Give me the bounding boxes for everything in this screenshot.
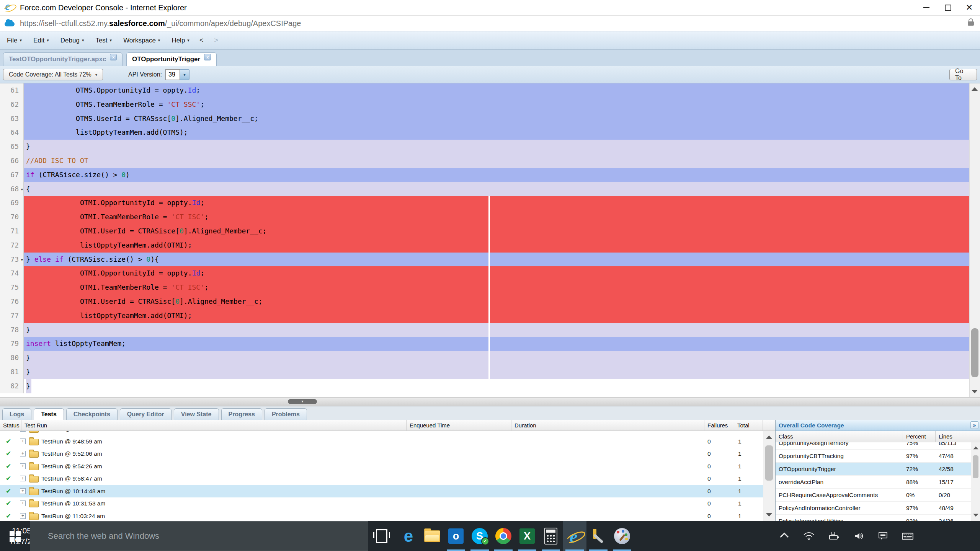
expand-icon[interactable]: + <box>20 500 26 506</box>
code-editor[interactable]: 61 OTMS.OpportunityId = oppty.Id;62 OTMS… <box>0 83 980 397</box>
test-run-row[interactable]: ✔+TestRun @ 10:31:53 am01 <box>0 497 763 510</box>
code-text[interactable]: OTMI.OpportunityId = oppty.Id; <box>24 196 969 210</box>
menu-help[interactable]: Help▾ <box>167 31 194 49</box>
code-text[interactable]: OTMS.UserId = CTRASssc[0].Aligned_Member… <box>24 112 969 126</box>
editor-scrollbar[interactable] <box>969 83 980 397</box>
code-text[interactable]: { <box>24 182 969 196</box>
column-duration[interactable]: Duration <box>511 420 704 430</box>
coverage-scrollbar[interactable] <box>971 442 980 521</box>
scroll-down-icon[interactable] <box>766 513 772 517</box>
scrollbar-thumb[interactable] <box>971 328 978 377</box>
menu-file[interactable]: File▾ <box>2 31 26 49</box>
panel-tab-problems[interactable]: Problems <box>265 408 307 420</box>
task-view-button[interactable] <box>370 521 394 551</box>
go-to-button[interactable]: Go To <box>949 69 977 80</box>
code-text[interactable]: listOpptyTeamMem.add(OTMI); <box>24 309 969 323</box>
code-text[interactable]: OTMS.TeamMemberRole = 'CT SSC'; <box>24 98 969 112</box>
tray-wifi[interactable] <box>800 521 818 551</box>
taskbar-outlook[interactable]: o <box>444 521 468 551</box>
test-run-row[interactable]: ✔+TestRun @ 9:52:06 am01 <box>0 448 763 460</box>
minimize-button[interactable] <box>916 0 937 15</box>
taskbar-internet-explorer[interactable]: e <box>563 521 586 551</box>
scrollbar-thumb[interactable] <box>973 455 978 478</box>
panel-tab-logs[interactable]: Logs <box>2 408 31 420</box>
expand-panel-icon[interactable]: » <box>970 421 978 429</box>
code-coverage-dropdown[interactable]: Code Coverage: All Tests 72% ▾ <box>3 69 103 80</box>
fold-icon[interactable]: ▾ <box>21 253 23 267</box>
coverage-row[interactable]: PolicyAndInformationController97%48/49 <box>776 502 971 515</box>
tab-testotopportunitytrigger[interactable]: TestOTOpportunityTrigger.apxc x <box>3 52 122 66</box>
column-failures[interactable]: Failures <box>704 420 734 430</box>
restore-button[interactable] <box>937 0 959 15</box>
code-text[interactable]: OTMI.UserId = CTRASisc[0].Aligned_Member… <box>24 295 969 309</box>
code-text[interactable]: } <box>24 379 969 393</box>
column-test-run[interactable]: Test Run <box>21 420 407 430</box>
coverage-row[interactable]: PCHRequireCaseApprovalComments0%0/20 <box>776 489 971 502</box>
code-text[interactable]: } <box>24 323 969 337</box>
test-run-row[interactable]: ✔+TestRun @ 9:48:59 am01 <box>0 435 763 448</box>
url-text[interactable]: https://isell--ctfull.cs52.my.salesforce… <box>20 19 301 28</box>
column-class[interactable]: Class <box>776 431 903 442</box>
expand-icon[interactable]: + <box>20 463 26 469</box>
taskbar-edge[interactable]: e <box>397 521 420 551</box>
taskbar-tools-app[interactable] <box>586 521 610 551</box>
menu-test[interactable]: Test▾ <box>91 31 116 49</box>
taskbar-skype[interactable]: S✓ <box>468 521 492 551</box>
code-text[interactable]: OTMI.TeamMemberRole = 'CT ISC'; <box>24 280 969 295</box>
code-text[interactable]: OTMI.UserId = CTRASisce[0].Aligned_Membe… <box>24 224 969 238</box>
test-run-row[interactable]: ✔+TestRun @ 11:03:24 am01 <box>0 510 763 522</box>
expand-icon[interactable]: + <box>20 431 26 432</box>
coverage-row[interactable]: overrideAcctPlan88%15/17 <box>776 476 971 489</box>
tray-touch-keyboard[interactable] <box>899 521 916 551</box>
scroll-down-icon[interactable] <box>972 390 978 393</box>
coverage-row[interactable]: PolicyInformationUtilities92%24/26 <box>776 515 971 521</box>
test-run-row[interactable]: ✔+TestRun @ 10:14:48 am01 <box>0 485 763 498</box>
tray-battery[interactable] <box>825 521 843 551</box>
start-button[interactable] <box>0 521 30 551</box>
tray-action-center[interactable] <box>874 521 892 551</box>
column-total[interactable]: Total <box>734 420 763 430</box>
scroll-up-icon[interactable] <box>972 87 978 91</box>
chevron-down-icon[interactable]: ▾ <box>180 69 189 80</box>
address-bar[interactable]: https://isell--ctfull.cs52.my.salesforce… <box>0 15 980 31</box>
scrollbar-thumb[interactable] <box>765 445 773 481</box>
panel-tab-progress[interactable]: Progress <box>221 408 262 420</box>
code-text[interactable]: } <box>24 140 969 154</box>
tests-scrollbar[interactable] <box>763 431 775 521</box>
code-text[interactable]: OTMS.OpportunityId = oppty.Id; <box>24 83 969 98</box>
menu-workspace[interactable]: Workspace▾ <box>119 31 165 49</box>
splitter-grip[interactable]: ▾ <box>288 399 317 404</box>
code-text[interactable]: if (CTRASisce.size() > 0) <box>24 168 969 182</box>
close-button[interactable]: ✕ <box>959 0 980 15</box>
test-run-row[interactable]: ✔+TestRun @ 9:44:43 am01 <box>0 431 763 435</box>
column-status[interactable]: Status <box>0 420 21 430</box>
test-run-row[interactable]: ✔+TestRun @ 9:54:26 am01 <box>0 460 763 473</box>
code-text[interactable]: OTMI.TeamMemberRole = 'CT ISC'; <box>24 210 969 224</box>
code-text[interactable]: } <box>24 351 969 365</box>
taskbar-search-input[interactable] <box>30 521 368 551</box>
code-text[interactable]: OTMI.OpportunityId = oppty.Id; <box>24 266 969 280</box>
close-tab-icon[interactable]: x <box>110 54 117 60</box>
panel-tab-checkpoints[interactable]: Checkpoints <box>66 408 118 420</box>
tray-volume[interactable] <box>851 521 868 551</box>
coverage-row[interactable]: OpportunityAssignTerritory75%85/113 <box>776 442 971 450</box>
scroll-down-icon[interactable] <box>973 514 978 517</box>
tab-otopportunitytrigger[interactable]: OTOpportunityTrigger x <box>126 52 217 66</box>
expand-icon[interactable]: + <box>20 451 26 456</box>
panel-tab-tests[interactable]: Tests <box>34 408 64 420</box>
column-enqueued-time[interactable]: Enqueued Time <box>407 420 511 430</box>
expand-icon[interactable]: + <box>20 439 26 444</box>
taskbar-file-explorer[interactable] <box>420 521 444 551</box>
tray-show-hidden-icons[interactable] <box>776 521 794 551</box>
coverage-row[interactable]: OTOpportunityTrigger72%42/58 <box>776 463 971 476</box>
taskbar-chrome[interactable] <box>492 521 515 551</box>
menu-debug[interactable]: Debug▾ <box>56 31 89 49</box>
panel-tab-query-editor[interactable]: Query Editor <box>120 408 172 420</box>
code-text[interactable]: listOpptyTeamMem.add(OTMS); <box>24 126 969 140</box>
panel-splitter[interactable]: ▾ <box>0 397 980 406</box>
nav-back-button[interactable]: < <box>194 36 209 44</box>
taskbar-paint[interactable] <box>610 521 634 551</box>
expand-icon[interactable]: + <box>20 488 26 494</box>
test-run-row[interactable]: ✔+TestRun @ 9:58:47 am01 <box>0 473 763 485</box>
api-version-select[interactable]: 39 ▾ <box>165 69 189 80</box>
